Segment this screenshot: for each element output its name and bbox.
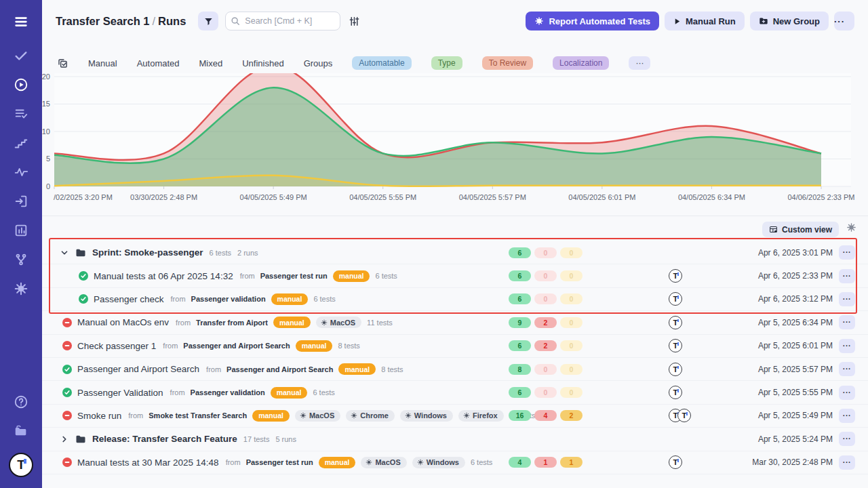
tab-unfinished[interactable]: Unfinished (242, 58, 283, 68)
group-row[interactable]: Release: Transfer Search Feature17 tests… (42, 428, 868, 451)
page-title: Runs (158, 15, 186, 27)
run-row[interactable]: Manual on MacOs envfromTransfer from Aip… (42, 311, 868, 334)
chevron-right-icon[interactable] (60, 434, 69, 444)
group-meta: 2 runs (237, 249, 258, 257)
runs-play-icon[interactable] (14, 77, 28, 92)
result-counts: 920 (509, 317, 583, 328)
branches-icon[interactable] (14, 252, 28, 267)
funnel-icon (203, 16, 214, 26)
view-settings-button[interactable] (846, 222, 856, 235)
run-row[interactable]: Passenger and Airport SearchfromPassenge… (42, 358, 868, 381)
avatar[interactable]: T (669, 363, 682, 376)
assignee-avatars: T (669, 269, 682, 283)
tests-check-icon[interactable] (14, 48, 28, 63)
row-more-button[interactable]: ··· (839, 432, 855, 446)
avatar[interactable]: T (669, 386, 682, 399)
run-source: Transfer from Aiport (196, 319, 268, 327)
run-date: Apr 6, 2025 3:01 PM (758, 248, 833, 258)
select-all-icon[interactable] (57, 58, 68, 69)
run-row[interactable]: Smoke runfromSmoke test Transfer Searchm… (42, 405, 868, 428)
svg-text:03/30/2025 2:48 PM: 03/30/2025 2:48 PM (130, 193, 197, 201)
result-counts: 1642 (509, 410, 583, 421)
row-more-button[interactable]: ··· (839, 386, 855, 400)
header-more-button[interactable]: ··· (834, 12, 854, 30)
search-input[interactable] (225, 12, 340, 30)
run-row[interactable]: Manual tests at 06 Apr 2025 14:32fromPas… (42, 264, 868, 287)
run-row[interactable]: Check passenger 1fromPassenger and Airpo… (42, 335, 868, 358)
test-plans-icon[interactable] (14, 106, 28, 121)
filter-tag-type[interactable]: Type (431, 56, 462, 70)
row-more-button[interactable]: ··· (839, 245, 855, 260)
menu-icon[interactable] (14, 14, 28, 29)
assignee-avatars: TT (669, 409, 691, 422)
avatar[interactable]: T (669, 269, 682, 283)
import-icon[interactable] (14, 194, 28, 209)
avatar[interactable]: T (669, 292, 682, 306)
row-more-button[interactable]: ··· (839, 339, 855, 353)
tags-more-button[interactable]: ··· (629, 56, 650, 70)
row-more-button[interactable]: ··· (839, 292, 855, 306)
run-name: Manual on MacOs env (77, 317, 169, 327)
avatar[interactable]: T (669, 455, 682, 469)
env-chip: MacOS (295, 410, 340, 422)
milestones-icon[interactable] (14, 136, 28, 150)
settings-gear-icon[interactable] (14, 281, 28, 296)
tab-mixed[interactable]: Mixed (199, 58, 223, 68)
from-label: from (163, 342, 178, 350)
app-logo[interactable]: T (9, 453, 33, 477)
run-row[interactable]: Manual tests at 30 Mar 2025 14:48fromPas… (42, 451, 868, 474)
row-more-button[interactable]: ··· (839, 315, 855, 329)
tab-groups[interactable]: Groups (304, 58, 333, 68)
run-row[interactable]: Passenger ValidationfromPassenger valida… (42, 381, 868, 404)
projects-folder-icon[interactable] (14, 424, 28, 439)
run-name: Smoke run (77, 411, 121, 421)
passed-icon (79, 271, 88, 281)
group-row[interactable]: Sprint: Smoke-passenger6 tests2 runs600A… (42, 241, 868, 264)
reports-chart-icon[interactable] (14, 223, 28, 238)
help-icon[interactable] (14, 394, 28, 409)
passed-count: 6 (509, 247, 531, 258)
chevron-down-icon[interactable] (60, 248, 69, 258)
assignee-avatars: T (669, 455, 682, 469)
tests-count: 6 tests (471, 458, 492, 466)
run-row[interactable]: Passenger checkfromPassenger validationm… (42, 288, 868, 311)
passed-count: 6 (509, 293, 531, 304)
filter-tag-automatable[interactable]: Automatable (352, 56, 411, 70)
avatar[interactable]: T (669, 339, 682, 352)
tests-count: 8 tests (381, 365, 403, 373)
report-automated-tests-button[interactable]: Report Automated Tests (526, 12, 659, 30)
sliders-icon[interactable] (349, 16, 360, 27)
new-group-button[interactable]: New Group (750, 12, 829, 30)
project-title[interactable]: Transfer Search 1 (56, 15, 150, 27)
run-date: Apr 5, 2025 5:49 PM (758, 411, 833, 420)
row-more-button[interactable]: ··· (839, 409, 855, 423)
activity-icon[interactable] (14, 165, 28, 180)
manual-run-button[interactable]: Manual Run (665, 12, 745, 30)
tab-automated[interactable]: Automated (137, 58, 180, 68)
filter-tag-to-review[interactable]: To Review (482, 56, 533, 70)
header: Transfer Search 1/Runs Report Automated … (42, 0, 868, 42)
run-name: Passenger and Airport Search (77, 364, 199, 374)
group-meta: 6 tests (210, 249, 231, 257)
avatar[interactable]: T (677, 409, 691, 422)
manual-badge: manual (333, 270, 370, 282)
result-counts: 620 (509, 340, 583, 351)
row-more-button[interactable]: ··· (839, 455, 855, 470)
svg-text:04/05/2025 5:55 PM: 04/05/2025 5:55 PM (349, 193, 416, 201)
folder-plus-icon (759, 16, 768, 26)
sidebar: T (0, 0, 42, 488)
row-more-button[interactable]: ··· (839, 269, 855, 283)
avatar[interactable]: T (669, 316, 682, 329)
tests-count: 6 tests (313, 295, 335, 303)
group-name: Release: Transfer Search Feature (92, 434, 237, 444)
passed-count: 9 (509, 317, 531, 328)
search-icon (231, 16, 240, 26)
row-more-button[interactable]: ··· (839, 362, 855, 376)
custom-view-button[interactable]: Custom view (762, 222, 839, 237)
env-chip: Windows (400, 410, 453, 422)
tab-manual[interactable]: Manual (88, 58, 117, 68)
filter-button[interactable] (198, 12, 218, 30)
tabs-bar: ManualAutomatedMixedUnfinishedGroups Aut… (42, 54, 868, 72)
filter-tag-localization[interactable]: Localization (553, 56, 609, 70)
passed-icon (79, 294, 88, 304)
